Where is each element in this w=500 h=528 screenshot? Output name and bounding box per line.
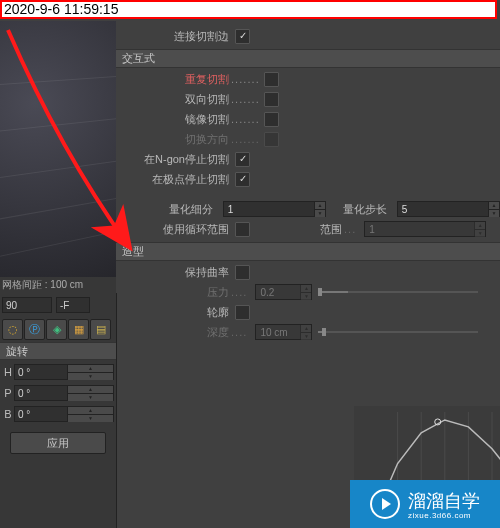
coord-h-row: H 0 ° ▲▼ xyxy=(2,363,114,381)
switch-direction-label: 切换方向 xyxy=(124,132,229,147)
bidirectional-cut-label: 双向切割 xyxy=(124,92,229,107)
profile-label: 轮廓 xyxy=(124,305,229,320)
quant-subdiv-label: 量化细分 xyxy=(124,202,213,217)
attribute-panel: 连接切割边 交互式 重复切割. . . . . . . 双向切割. . . . … xyxy=(116,21,500,528)
pressure-field: 0.2 ▲▼ xyxy=(255,284,312,300)
connect-cut-edge-label: 连接切割边 xyxy=(124,29,229,44)
quant-step-label: 量化步长 xyxy=(336,202,387,217)
keep-curvature-checkbox[interactable] xyxy=(235,265,250,280)
tool-icon-4[interactable]: ▦ xyxy=(68,319,89,340)
coord-p-field[interactable]: 0 ° ▲▼ xyxy=(14,385,114,401)
pole-stop-checkbox[interactable] xyxy=(235,172,250,187)
timestamp-text: 2020-9-6 11:59:15 xyxy=(4,1,118,17)
play-icon xyxy=(370,489,400,519)
pole-stop-label: 在极点停止切割 xyxy=(124,172,229,187)
keep-curvature-label: 保持曲率 xyxy=(124,265,229,280)
tool-icon-1[interactable]: ◌ xyxy=(2,319,23,340)
depth-field: 10 cm ▲▼ xyxy=(255,324,312,340)
profile-checkbox[interactable] xyxy=(235,305,250,320)
connect-cut-edge-checkbox[interactable] xyxy=(235,29,250,44)
tool-icon-3[interactable]: ◈ xyxy=(46,319,67,340)
bidirectional-cut-checkbox[interactable] xyxy=(264,92,279,107)
pressure-slider xyxy=(318,288,478,296)
loop-range-label: 使用循环范围 xyxy=(124,222,229,237)
section-interactive: 交互式 xyxy=(116,49,500,68)
switch-direction-checkbox xyxy=(264,132,279,147)
left-toolbar: 90 -F ◌ Ⓟ ◈ ▦ ▤ 旋转 H 0 ° ▲▼ P 0 ° ▲▼ B 0… xyxy=(0,293,117,528)
depth-label: 深度 xyxy=(124,325,229,340)
apply-button[interactable]: 应用 xyxy=(10,432,106,454)
watermark: 溜溜自学 zixue.3d66.com xyxy=(350,480,500,528)
ngon-stop-checkbox[interactable] xyxy=(235,152,250,167)
coord-b-row: B 0 ° ▲▼ xyxy=(2,405,114,423)
coord-h-field[interactable]: 0 ° ▲▼ xyxy=(14,364,114,380)
pressure-label: 压力 xyxy=(124,285,229,300)
watermark-title: 溜溜自学 xyxy=(408,491,480,511)
coord-p-row: P 0 ° ▲▼ xyxy=(2,384,114,402)
watermark-sub: zixue.3d66.com xyxy=(408,511,480,520)
tool-icon-5[interactable]: ▤ xyxy=(90,319,111,340)
timestamp-bar: 2020-9-6 11:59:15 xyxy=(0,0,497,19)
depth-slider xyxy=(318,328,478,336)
ngon-stop-label: 在N-gon停止切割 xyxy=(124,152,229,167)
repeat-cut-label: 重复切割 xyxy=(124,72,229,87)
quant-step-field[interactable]: 5 ▲▼ xyxy=(397,201,500,217)
section-rotate: 旋转 xyxy=(0,342,116,360)
coord-b-field[interactable]: 0 ° ▲▼ xyxy=(14,406,114,422)
mirror-cut-label: 镜像切割 xyxy=(124,112,229,127)
tool-icon-2[interactable]: Ⓟ xyxy=(24,319,45,340)
section-shape: 造型 xyxy=(116,242,500,261)
range-field: 1 ▲▼ xyxy=(364,221,486,237)
viewport-3d[interactable] xyxy=(0,21,117,293)
viewport-status: 网格间距 : 100 cm xyxy=(0,277,118,293)
mirror-cut-checkbox[interactable] xyxy=(264,112,279,127)
repeat-cut-checkbox[interactable] xyxy=(264,72,279,87)
quant-subdiv-field[interactable]: 1 ▲▼ xyxy=(223,201,326,217)
range-label: 范围 xyxy=(260,222,342,237)
loop-range-checkbox[interactable] xyxy=(235,222,250,237)
